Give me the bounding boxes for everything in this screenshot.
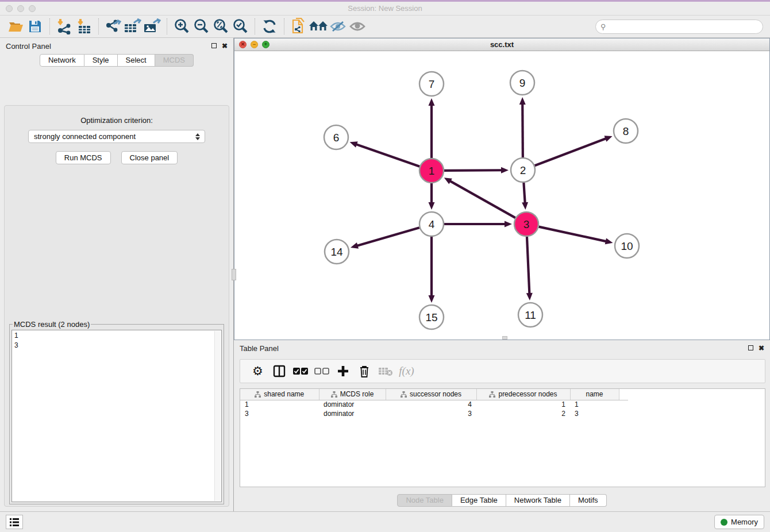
cell-successor-nodes[interactable]: 3 (386, 409, 476, 418)
graph-edge-4-14[interactable] (357, 228, 419, 246)
mcds-result-text[interactable]: 1 3 (11, 330, 222, 502)
maximize-window-button[interactable] (29, 5, 36, 12)
cell-predecessor-nodes[interactable]: 1 (476, 400, 570, 409)
zoom-in-button[interactable] (172, 17, 191, 36)
tab-select[interactable]: Select (118, 54, 155, 67)
search-input[interactable] (609, 23, 763, 31)
run-mcds-button[interactable]: Run MCDS (56, 151, 111, 164)
zoom-selected-button[interactable] (230, 17, 250, 36)
close-network-button[interactable]: ✕ (239, 41, 247, 48)
column-header-filler (619, 389, 628, 400)
minimize-window-button[interactable] (17, 5, 24, 12)
show-all-button[interactable] (348, 17, 367, 36)
tab-node-table[interactable]: Node Table (397, 494, 452, 507)
delete-column-button[interactable] (353, 363, 375, 380)
export-image-button[interactable] (143, 17, 162, 36)
panel-splitter-grip[interactable] (232, 269, 236, 280)
cell-predecessor-nodes[interactable]: 2 (476, 409, 570, 418)
graph-node-14[interactable]: 14 (325, 240, 349, 264)
hide-selected-button[interactable] (328, 17, 348, 36)
column-header-MCDS-role[interactable]: MCDS role (319, 389, 386, 400)
graph-edge-3-11[interactable] (527, 237, 529, 294)
column-header-shared-name[interactable]: shared name (240, 389, 319, 400)
graph-node-9[interactable]: 9 (510, 71, 534, 95)
table-row[interactable]: 1dominator411 (240, 400, 628, 409)
deselect-all-button[interactable] (311, 363, 332, 380)
minimize-network-button[interactable]: – (251, 41, 258, 48)
export-network-button[interactable] (103, 17, 123, 36)
canvas-splitter-grip[interactable] (502, 336, 507, 340)
network-canvas[interactable]: 7968124314101511 (234, 51, 769, 340)
graph-node-11[interactable]: 11 (518, 303, 542, 327)
graph-node-1[interactable]: 1 (419, 159, 444, 183)
table-row[interactable]: 3dominator323 (240, 409, 628, 418)
float-panel-icon[interactable] (211, 42, 217, 50)
tab-network-table[interactable]: Network Table (506, 494, 570, 507)
column-header-predecessor-nodes[interactable]: predecessor nodes (476, 389, 570, 400)
clone-network-button[interactable] (289, 17, 309, 36)
zoom-fit-button[interactable] (211, 17, 230, 36)
cell-shared-name[interactable]: 1 (240, 400, 319, 409)
import-network-button[interactable] (55, 17, 74, 36)
search-box[interactable]: ⚲ (595, 20, 763, 34)
graph-node-10[interactable]: 10 (615, 234, 639, 258)
export-table-button[interactable] (123, 17, 143, 36)
save-session-button[interactable] (25, 17, 45, 36)
table-settings-button[interactable]: ⚙ (247, 363, 268, 380)
tab-style[interactable]: Style (84, 54, 118, 67)
graph-node-15[interactable]: 15 (419, 305, 444, 329)
first-neighbors-button[interactable] (309, 17, 328, 36)
node-table[interactable]: shared nameMCDS rolesuccessor nodesprede… (240, 388, 765, 487)
tab-motifs[interactable]: Motifs (570, 494, 607, 507)
close-window-button[interactable] (6, 5, 13, 12)
graph-edge-1-2[interactable] (444, 170, 502, 171)
cell-name[interactable]: 3 (570, 409, 619, 418)
tab-network[interactable]: Network (40, 54, 84, 67)
zoom-out-button[interactable] (191, 17, 211, 36)
graph-node-6[interactable]: 6 (324, 125, 348, 149)
close-table-panel-icon[interactable]: ✖ (759, 344, 764, 352)
cell-MCDS-role[interactable]: dominator (319, 409, 386, 418)
cell-successor-nodes[interactable]: 4 (386, 400, 476, 409)
graph-edge-3-10[interactable] (538, 227, 606, 242)
graph-node-4[interactable]: 4 (419, 212, 444, 236)
graph-arrowhead (501, 167, 509, 174)
import-table-button[interactable] (74, 17, 94, 36)
graph-edge-2-9[interactable] (522, 103, 523, 157)
graph-edge-2-8[interactable] (535, 138, 607, 165)
graph-edge-2-3[interactable] (523, 183, 525, 203)
optimization-criterion-dropdown[interactable]: strongly connected component (28, 130, 205, 143)
column-layout-button[interactable] (268, 363, 290, 380)
search-icon: ⚲ (600, 22, 606, 31)
float-table-panel-icon[interactable] (748, 344, 753, 352)
tab-edge-table[interactable]: Edge Table (452, 494, 506, 507)
column-header-name[interactable]: name (570, 389, 619, 400)
cell-filler (619, 400, 628, 409)
refresh-layout-button[interactable] (260, 17, 279, 36)
select-all-button[interactable] (290, 363, 311, 380)
cell-shared-name[interactable]: 3 (240, 409, 319, 418)
network-graph[interactable]: 7968124314101511 (234, 51, 766, 340)
result-scrollbar[interactable] (214, 331, 221, 501)
close-panel-icon[interactable]: ✖ (222, 42, 228, 50)
graph-edge-1-6[interactable] (356, 144, 419, 167)
graph-arrowhead (429, 98, 435, 106)
memory-button[interactable]: Memory (714, 515, 764, 529)
add-column-button[interactable] (332, 363, 353, 380)
column-header-successor-nodes[interactable]: successor nodes (386, 389, 476, 400)
task-history-button[interactable] (6, 515, 23, 529)
close-panel-button[interactable]: Close panel (121, 151, 178, 164)
export-image-icon (143, 18, 161, 34)
graph-node-7[interactable]: 7 (419, 72, 444, 96)
memory-status-icon (721, 519, 727, 526)
cell-name[interactable]: 1 (570, 400, 619, 409)
tab-mcds[interactable]: MCDS (155, 54, 194, 67)
network-window-titlebar[interactable]: ✕ – + scc.txt (234, 38, 769, 51)
graph-node-2[interactable]: 2 (511, 158, 535, 182)
open-session-button[interactable] (6, 17, 25, 36)
graph-node-3[interactable]: 3 (514, 212, 538, 236)
cell-MCDS-role[interactable]: dominator (319, 400, 386, 409)
zoom-network-button[interactable]: + (262, 41, 270, 48)
graph-edge-3-1[interactable] (449, 181, 515, 218)
graph-node-8[interactable]: 8 (614, 119, 638, 143)
